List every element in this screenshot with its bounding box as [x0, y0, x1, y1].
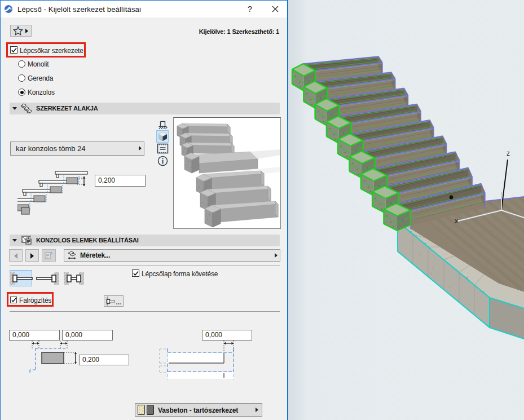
svg-text:x: x: [455, 217, 458, 225]
svg-text:z: z: [507, 149, 510, 157]
